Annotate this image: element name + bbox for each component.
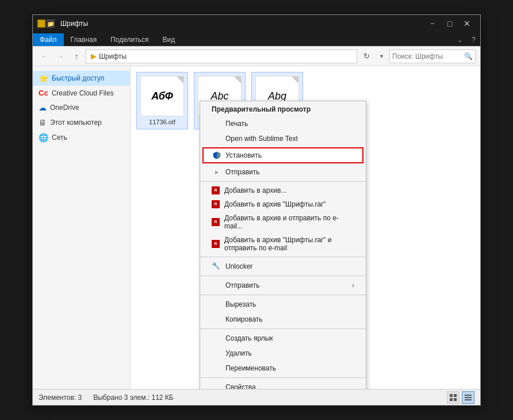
send2-icon [212, 281, 221, 290]
ctx-send-font-label: Отправить [225, 168, 260, 176]
view-list-button[interactable] [462, 391, 474, 404]
submenu-arrow-icon: › [352, 281, 354, 289]
sublime-icon [212, 134, 221, 143]
search-input[interactable] [392, 52, 462, 60]
ctx-cut[interactable]: Вырезать [200, 297, 366, 312]
ctx-install[interactable]: Установить [202, 147, 363, 163]
statusbar: Элементов: 3 Выбрано 3 элем.: 112 КБ [33, 389, 480, 405]
sidebar-item-this-pc[interactable]: 🖥 Этот компьютер [33, 115, 130, 130]
ribbon-collapse-icon[interactable]: ⌄ [453, 34, 467, 46]
svg-rect-0 [450, 394, 453, 397]
ctx-properties-label: Свойства [225, 383, 256, 389]
ctx-add-archive-named[interactable]: R Добавить в архив "Шрифты.rar" [200, 197, 366, 211]
svg-rect-2 [450, 398, 453, 401]
send-icon: ➤ [212, 167, 221, 177]
titlebar-quick-access [37, 20, 45, 28]
refresh-button[interactable]: ↻ [359, 49, 373, 63]
tab-home[interactable]: Главная [64, 33, 104, 46]
ctx-add-email-named-label: Добавить в архив "Шрифты.rar" и отправит… [224, 236, 354, 252]
maximize-button[interactable]: □ [441, 15, 458, 32]
shield-icon [213, 151, 221, 159]
status-items-count: Элементов: 3 [39, 394, 82, 402]
delete-icon [212, 349, 221, 358]
ctx-unlocker[interactable]: 🔧 Unlocker [200, 259, 366, 274]
ctx-sep-5 [200, 329, 366, 329]
shortcut-icon [212, 334, 221, 343]
ctx-delete-label: Удалить [225, 349, 252, 357]
ctx-preview[interactable]: Предварительный просмотр [200, 102, 366, 116]
ctx-rename-label: Переименовать [225, 364, 276, 372]
tab-view[interactable]: Вид [155, 33, 182, 46]
ctx-add-email[interactable]: R Добавить в архив и отправить по e-mail… [200, 211, 366, 233]
address-path[interactable]: ▶ Шрифты [86, 49, 357, 63]
tab-share[interactable]: Поделиться [104, 33, 155, 46]
ctx-properties[interactable]: Свойства [200, 380, 366, 389]
sidebar-item-quick-access[interactable]: ⭐ Быстрый доступ [33, 71, 130, 86]
forward-button[interactable]: → [53, 49, 67, 63]
ctx-preview-label: Предварительный просмотр [212, 105, 311, 113]
context-menu: Предварительный просмотр Печать Open wit… [200, 101, 366, 389]
file-name-0: 11736.otf [149, 119, 175, 125]
ctx-print[interactable]: Печать [200, 116, 366, 131]
titlebar-controls: － □ ✕ [424, 15, 476, 32]
ctx-sep-2 [200, 257, 366, 257]
ctx-shortcut-label: Создать ярлык [225, 334, 273, 342]
path-dropdown-button[interactable]: ▾ [376, 49, 387, 63]
statusbar-view-buttons [447, 391, 474, 404]
onedrive-icon: ☁ [39, 103, 47, 112]
sidebar-item-network[interactable]: 🌐 Сеть [33, 130, 130, 145]
search-box: 🔍 [389, 49, 476, 63]
sidebar-label-creative-cloud: Creative Cloud Files [52, 89, 114, 97]
up-button[interactable]: ↑ [70, 49, 83, 63]
ribbon: Файл Главная Поделиться Вид ⌄ ? [33, 32, 480, 47]
addressbar: ← → ↑ ▶ Шрифты ↻ ▾ 🔍 [33, 47, 480, 66]
svg-rect-6 [465, 399, 472, 400]
sidebar-item-onedrive[interactable]: ☁ OneDrive [33, 100, 130, 115]
ctx-copy[interactable]: Копировать [200, 312, 366, 327]
properties-icon [212, 383, 221, 389]
ctx-send-font[interactable]: ➤ Отправить [200, 165, 366, 180]
view-grid-button[interactable] [447, 391, 460, 404]
close-button[interactable]: ✕ [458, 15, 476, 32]
rar-icon-2: R [212, 200, 220, 208]
minimize-button[interactable]: － [424, 15, 441, 32]
ctx-open-sublime-label: Open with Sublime Text [225, 135, 298, 143]
file-area: АбФ 11736.otf Abc Abg [131, 66, 480, 389]
back-button[interactable]: ← [37, 49, 51, 63]
ctx-add-email-label: Добавить в архив и отправить по e-mail..… [224, 214, 354, 230]
svg-rect-1 [454, 394, 457, 397]
titlebar: 📁 Шрифты － □ ✕ [33, 15, 480, 32]
ctx-sep-1 [200, 181, 366, 182]
rename-icon [212, 364, 221, 373]
status-selected: Выбрано 3 элем.: 112 КБ [93, 394, 174, 402]
ctx-add-archive-named-label: Добавить в архив "Шрифты.rar" [224, 200, 326, 208]
tab-file[interactable]: Файл [33, 33, 64, 46]
ctx-add-archive[interactable]: R Добавить в архив... [200, 184, 366, 197]
file-item-0[interactable]: АбФ 11736.otf [136, 72, 188, 129]
ctx-delete[interactable]: Удалить [200, 346, 366, 361]
ribbon-right: ⌄ ? [453, 33, 480, 46]
copy-icon [212, 315, 221, 324]
ctx-add-email-named[interactable]: R Добавить в архив "Шрифты.rar" и отправ… [200, 233, 366, 255]
search-icon[interactable]: 🔍 [464, 52, 473, 60]
file-preview-0: АбФ [151, 90, 173, 102]
sidebar-item-creative-cloud[interactable]: Cc Creative Cloud Files [33, 86, 130, 100]
rar-icon-4: R [212, 240, 220, 248]
main-content: ⭐ Быстрый доступ Cc Creative Cloud Files… [33, 66, 480, 389]
help-icon[interactable]: ? [467, 33, 480, 46]
ctx-unlocker-label: Unlocker [225, 262, 252, 270]
titlebar-icon-btn: 📁 [47, 20, 55, 28]
pc-icon: 🖥 [39, 118, 47, 127]
ctx-install-label: Установить [225, 151, 262, 159]
ctx-open-sublime[interactable]: Open with Sublime Text [200, 131, 366, 146]
ctx-sep-4 [200, 295, 366, 295]
ctx-rename[interactable]: Переименовать [200, 361, 366, 376]
path-folder-icon: ▶ [91, 52, 97, 60]
ctx-send2[interactable]: Отправить › [200, 278, 366, 293]
titlebar-buttons: 📁 [37, 20, 55, 28]
sidebar-label-network: Сеть [52, 133, 67, 142]
ctx-shortcut[interactable]: Создать ярлык [200, 331, 366, 346]
file-thumb-0: АбФ [140, 76, 184, 116]
ribbon-tabs: Файл Главная Поделиться Вид ⌄ ? [33, 32, 480, 46]
cut-icon [212, 300, 221, 309]
